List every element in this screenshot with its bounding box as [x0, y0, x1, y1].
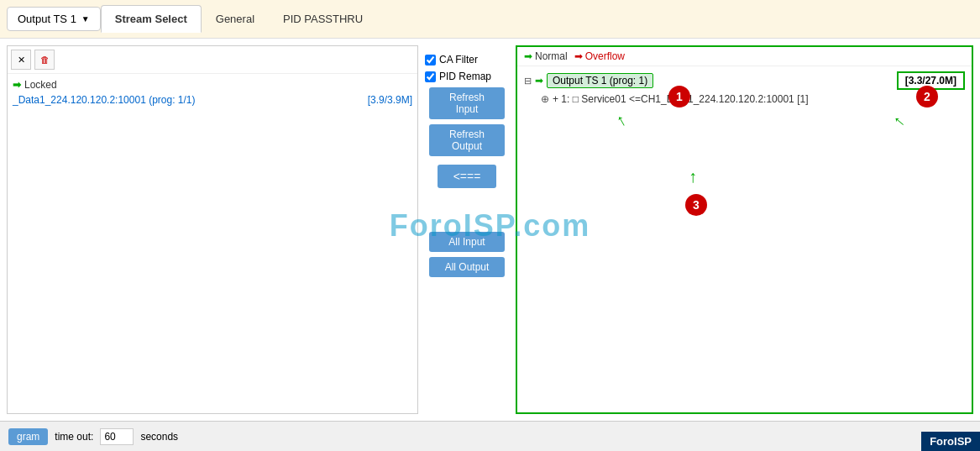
locked-row: ➡ Locked: [13, 79, 412, 91]
pid-remap-checkbox[interactable]: [425, 71, 436, 82]
tab-pid-passthru[interactable]: PID PASSTHRU: [269, 5, 377, 33]
overflow-label: ➡ Overflow: [574, 50, 625, 62]
overflow-text: Overflow: [585, 50, 625, 62]
output-ts-prog: (prog: 1): [610, 75, 647, 87]
all-input-button[interactable]: All Input: [429, 232, 505, 252]
tab-general-label: General: [216, 13, 254, 25]
delete-icon: 🗑: [40, 55, 50, 65]
close-button[interactable]: ✕: [11, 50, 31, 70]
refresh-input-button[interactable]: Refresh Input: [429, 87, 505, 119]
annotation-1-label: 1: [676, 90, 683, 103]
annotation-2-label: 2: [924, 90, 930, 103]
tab-output-ts[interactable]: Output TS 1 ▼: [7, 7, 101, 31]
output-ts-name: Output TS 1: [553, 75, 606, 87]
left-panel: ✕ 🗑 ➡ Locked _Data1_224.120.120.2:10001 …: [7, 45, 418, 414]
program-button[interactable]: gram: [8, 428, 48, 445]
middle-panel: CA Filter PID Remap Refresh Input Refres…: [425, 45, 509, 414]
output-ts-arrow-green: ➡: [535, 75, 543, 87]
bottom-bar: gram time out: seconds ForoISP: [0, 421, 980, 451]
timeout-input[interactable]: [100, 428, 134, 445]
tab-general[interactable]: General: [202, 5, 269, 33]
right-panel: ➡ Normal ➡ Overflow ⊟ ➡ Output TS 1 (pro…: [516, 45, 973, 414]
output-ts-tab-label: Output TS 1: [18, 13, 76, 25]
timeout-label: time out:: [55, 431, 93, 443]
annotation-circle-2: 2: [916, 86, 938, 108]
annotation-3-label: 3: [693, 198, 700, 212]
pid-remap-label: PID Remap: [439, 71, 491, 82]
ca-filter-label: CA Filter: [439, 54, 478, 66]
normal-label: ➡ Normal: [524, 50, 568, 62]
ca-filter-checkbox[interactable]: [425, 55, 436, 66]
right-header: ➡ Normal ➡ Overflow: [517, 47, 972, 66]
pid-remap-row: PID Remap: [425, 71, 509, 82]
tree-expand-icon: ⊟: [524, 76, 532, 87]
annotation-arrow-1: ↓: [614, 112, 631, 133]
close-icon: ✕: [18, 55, 25, 66]
ca-filter-row: CA Filter: [425, 54, 509, 66]
stream-name: _Data1_224.120.120.2:10001 (prog: 1/1): [13, 94, 196, 106]
tab-stream-select-label: Stream Select: [115, 13, 187, 25]
output-ts-tree-row-left: ⊟ ➡ Output TS 1 (prog: 1): [524, 73, 653, 88]
annotation-circle-1: 1: [668, 86, 690, 108]
tab-pid-passthru-label: PID PASSTHRU: [283, 13, 363, 25]
locked-label: Locked: [24, 79, 57, 91]
main-content: ✕ 🗑 ➡ Locked _Data1_224.120.120.2:10001 …: [0, 39, 980, 421]
tab-stream-select[interactable]: Stream Select: [101, 5, 202, 33]
output-ts-label: Output TS 1 (prog: 1): [547, 73, 653, 88]
locked-arrow-icon: ➡: [13, 79, 21, 91]
left-content: ➡ Locked _Data1_224.120.120.2:10001 (pro…: [8, 74, 417, 413]
top-nav: Output TS 1 ▼ Stream Select General PID …: [0, 0, 980, 39]
right-tree: ⊟ ➡ Output TS 1 (prog: 1) [3.3/27.0M] ⊕ …: [517, 66, 972, 110]
forolsp-badge: ForoISP: [921, 432, 980, 451]
all-output-button[interactable]: All Output: [429, 257, 505, 277]
annotation-circle-3: 3: [685, 194, 707, 216]
normal-arrow-icon: ➡: [524, 50, 532, 62]
assign-arrow-button[interactable]: <===: [438, 165, 496, 188]
delete-button[interactable]: 🗑: [34, 50, 55, 70]
output-ts-tree-row[interactable]: ⊟ ➡ Output TS 1 (prog: 1) [3.3/27.0M]: [524, 70, 965, 92]
stream-row[interactable]: _Data1_224.120.120.2:10001 (prog: 1/1) […: [13, 94, 412, 106]
annotation-arrow-2: ↓: [890, 113, 910, 131]
normal-text: Normal: [535, 50, 568, 62]
annotation-arrow-3: ↑: [689, 167, 697, 186]
seconds-label: seconds: [140, 431, 178, 443]
output-ts-caret: ▼: [81, 14, 90, 24]
stream-bitrate: [3.9/3.9M]: [368, 94, 412, 106]
refresh-output-button[interactable]: Refresh Output: [429, 124, 505, 156]
service-row[interactable]: ⊕ + 1: □ Service01 <=CH1_Data1_224.120.1…: [524, 92, 965, 107]
left-toolbar: ✕ 🗑: [8, 46, 417, 74]
service-expand-icon: ⊕: [541, 93, 549, 105]
overflow-arrow-icon: ➡: [574, 50, 583, 62]
